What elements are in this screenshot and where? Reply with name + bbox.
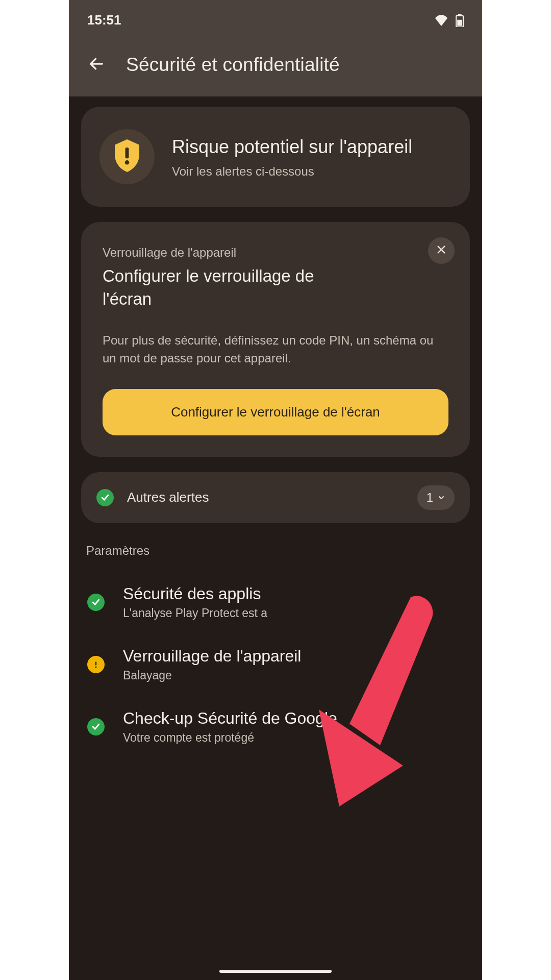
shield-alert-icon [113, 139, 141, 174]
setting-subtitle: Balayage [123, 669, 301, 682]
home-indicator [219, 970, 332, 973]
setting-app-security[interactable]: Sécurité des applis L'analyse Play Prote… [81, 571, 470, 633]
other-alerts-count-pill[interactable]: 1 [417, 485, 455, 510]
back-button[interactable] [84, 53, 109, 77]
close-icon [436, 244, 447, 257]
other-alerts-label: Autres alertes [127, 489, 404, 505]
section-heading-parametres: Paramètres [86, 544, 465, 558]
phone-screen: 15:51 Sécurité et confidentialité [69, 0, 482, 980]
setting-title: Verrouillage de l'appareil [123, 647, 301, 666]
setting-subtitle: Votre compte est protégé [123, 731, 337, 745]
configure-lock-button[interactable]: Configurer le verrouillage de l'écran [103, 389, 448, 435]
alert-circle-icon [87, 656, 105, 673]
svg-point-4 [125, 160, 130, 165]
dismiss-card-button[interactable] [428, 237, 455, 264]
lock-card-eyebrow: Verrouillage de l'appareil [103, 246, 448, 260]
risk-alert-card[interactable]: Risque potentiel sur l'appareil Voir les… [81, 107, 470, 207]
risk-subtitle: Voir les alertes ci-dessous [172, 164, 412, 179]
setting-title: Sécurité des applis [123, 584, 267, 603]
svg-rect-2 [457, 19, 462, 26]
configure-lock-card: Verrouillage de l'appareil Configurer le… [81, 222, 470, 457]
wifi-icon [434, 15, 448, 26]
setting-google-security-checkup[interactable]: Check-up Sécurité de Google Votre compte… [81, 696, 470, 758]
lock-card-title: Configurer le verrouillage de l'écran [103, 265, 358, 310]
svg-rect-5 [95, 662, 96, 666]
status-icons [434, 14, 464, 27]
check-circle-icon [87, 594, 105, 611]
arrow-left-icon [88, 55, 105, 75]
svg-rect-3 [126, 148, 129, 158]
lock-card-description: Pour plus de sécurité, définissez un cod… [103, 332, 448, 368]
shield-badge [99, 129, 155, 184]
risk-title: Risque potentiel sur l'appareil [172, 135, 412, 158]
content-area: Risque potentiel sur l'appareil Voir les… [69, 96, 482, 772]
setting-device-lock[interactable]: Verrouillage de l'appareil Balayage [81, 633, 470, 696]
setting-subtitle: L'analyse Play Protect est a [123, 606, 267, 620]
check-circle-icon [96, 489, 114, 506]
setting-title: Check-up Sécurité de Google [123, 709, 337, 728]
status-time: 15:51 [87, 12, 121, 28]
battery-icon [456, 14, 464, 27]
other-alerts-count: 1 [427, 491, 433, 505]
other-alerts-row[interactable]: Autres alertes 1 [81, 472, 470, 523]
check-circle-icon [87, 718, 105, 736]
status-bar: 15:51 [69, 0, 482, 35]
page-header: Sécurité et confidentialité [69, 35, 482, 96]
chevron-down-icon [437, 491, 445, 505]
svg-point-6 [95, 666, 97, 668]
page-title: Sécurité et confidentialité [126, 54, 340, 76]
